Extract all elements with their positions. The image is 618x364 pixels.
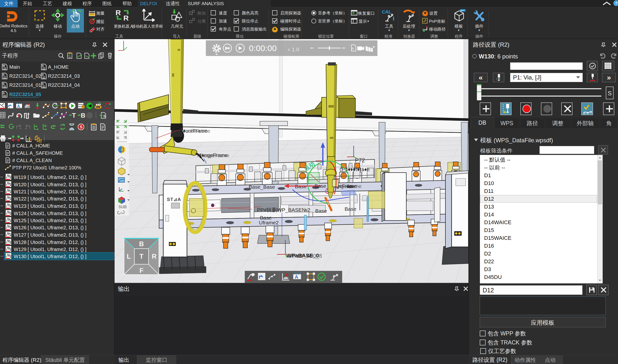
svg-text:R: R bbox=[152, 253, 157, 260]
svg-text:x: x bbox=[288, 47, 290, 52]
svg-text:R: R bbox=[116, 9, 121, 17]
svg-text:S: S bbox=[103, 114, 106, 118]
svg-text:ST⊿A: ST⊿A bbox=[167, 197, 181, 202]
svg-text:S: S bbox=[80, 125, 82, 129]
svg-text:S: S bbox=[3, 82, 4, 85]
svg-text:S: S bbox=[42, 82, 43, 85]
svg-text:PP#辑删WP_BASE№2: PP#辑删WP_BASE№2 bbox=[257, 207, 310, 213]
svg-text:Base: Base bbox=[315, 208, 327, 214]
svg-text:B: B bbox=[139, 240, 144, 248]
svg-text:CAL: CAL bbox=[382, 10, 391, 14]
svg-text:UfPaB_A90_8: UfPaB_A90_8 bbox=[288, 253, 322, 259]
svg-text:?: ? bbox=[615, 1, 618, 5]
svg-text:A: A bbox=[295, 274, 298, 280]
svg-text:F: F bbox=[139, 267, 144, 274]
svg-text:B: B bbox=[81, 112, 85, 118]
svg-text:T: T bbox=[72, 112, 76, 118]
svg-text:L: L bbox=[127, 253, 131, 260]
svg-text:1.0: 1.0 bbox=[292, 46, 299, 52]
svg-text:S: S bbox=[3, 73, 4, 76]
svg-text:MountFrame: MountFrame bbox=[181, 128, 210, 134]
svg-text:Base: Base bbox=[345, 206, 356, 212]
svg-text:S: S bbox=[3, 92, 4, 95]
svg-text:S: S bbox=[42, 73, 43, 76]
svg-text:R: R bbox=[123, 14, 129, 22]
svg-text:Base_Base: Base_Base bbox=[249, 184, 275, 190]
svg-text:SUB: SUB bbox=[118, 205, 127, 209]
svg-text:0:00:00: 0:00:00 bbox=[249, 43, 276, 53]
svg-text:P72: P72 bbox=[355, 157, 365, 164]
svg-text:M: M bbox=[3, 64, 5, 67]
svg-text:A: A bbox=[17, 104, 20, 108]
svg-text:A: A bbox=[352, 47, 354, 50]
svg-text:FlangeFrame: FlangeFrame bbox=[199, 153, 229, 158]
svg-text:T: T bbox=[139, 253, 144, 260]
svg-text:S: S bbox=[42, 64, 43, 67]
svg-text:Uframe2: Uframe2 bbox=[259, 220, 279, 225]
